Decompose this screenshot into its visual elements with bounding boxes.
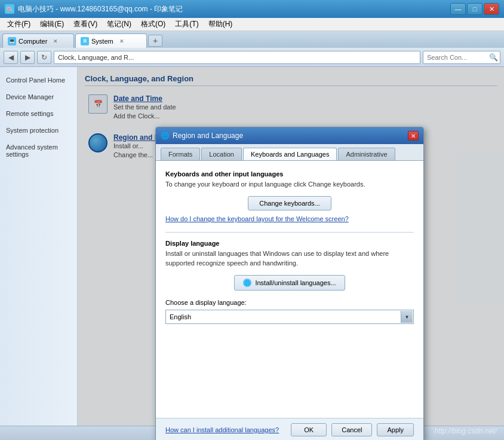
tab-location[interactable]: Location	[201, 148, 242, 160]
menu-bar: 文件(F) 编辑(E) 查看(V) 笔记(N) 格式(O) 工具(T) 帮助(H…	[0, 18, 504, 31]
app-title: 电脑小技巧 - www.1248603165@qq.com - 印象笔记	[18, 4, 450, 14]
keyboards-section-desc: To change your keyboard or input languag…	[165, 180, 414, 189]
display-lang-title: Display language	[165, 240, 414, 247]
address-bar: ◀ ▶ ↻ Clock, Language, and R... 🔍	[0, 48, 504, 67]
tab-computer[interactable]: 💻 Computer ✕	[2, 33, 74, 48]
maximize-button[interactable]: □	[467, 3, 483, 15]
menu-edit[interactable]: 编辑(E)	[35, 18, 69, 30]
tab-keyboards-languages[interactable]: Keyboards and Languages	[243, 148, 337, 160]
forward-button[interactable]: ▶	[20, 51, 35, 64]
region-language-dialog: 🌐 Region and Language ✕ Formats Location…	[155, 127, 424, 440]
tab-formats[interactable]: Formats	[161, 148, 200, 160]
close-button[interactable]: ✕	[484, 3, 499, 15]
tab-computer-close[interactable]: ✕	[52, 38, 59, 45]
dialog-title-bar: 🌐 Region and Language ✕	[156, 127, 423, 144]
install-languages-link[interactable]: How can I install additional languages?	[165, 426, 279, 433]
search-icon[interactable]: 🔍	[487, 51, 499, 63]
breadcrumb: Clock, Language, and R...	[54, 51, 420, 64]
language-select[interactable]: English 中文(简体) 中文(繁體) 日本語	[165, 310, 414, 324]
new-tab-button[interactable]: +	[148, 35, 162, 47]
dialog-overlay: 🌐 Region and Language ✕ Formats Location…	[78, 67, 504, 426]
tab-system-close[interactable]: ✕	[118, 38, 125, 45]
sidebar: Control Panel Home Device Manager Remote…	[0, 67, 78, 426]
language-select-wrapper: English 中文(简体) 中文(繁體) 日本語 ▼	[165, 310, 414, 324]
tab-system[interactable]: 🖥 System ✕	[75, 33, 147, 48]
refresh-button[interactable]: ↻	[37, 51, 51, 64]
install-lang-btn-label: Install/uninstall languages...	[255, 279, 336, 286]
minimize-button[interactable]: —	[450, 3, 466, 15]
menu-tools[interactable]: 工具(T)	[170, 18, 203, 30]
system-tab-icon: 🖥	[81, 37, 89, 45]
display-lang-desc: Install or uninstall languages that Wind…	[165, 249, 414, 268]
menu-file[interactable]: 文件(F)	[2, 18, 35, 30]
browser-tab-bar: 💻 Computer ✕ 🖥 System ✕ +	[0, 31, 504, 48]
menu-format[interactable]: 格式(O)	[136, 18, 170, 30]
sidebar-item-home[interactable]: Control Panel Home	[0, 72, 77, 88]
display-language-section: Display language Install or uninstall la…	[165, 240, 414, 324]
sidebar-item-advanced[interactable]: Advanced system settings	[0, 139, 77, 163]
app-icon: 🐘	[5, 4, 14, 14]
install-uninstall-languages-button[interactable]: 🌐 Install/uninstall languages...	[234, 275, 345, 291]
menu-note[interactable]: 笔记(N)	[102, 18, 136, 30]
sidebar-item-remote[interactable]: Remote settings	[0, 105, 77, 122]
menu-view[interactable]: 查看(V)	[69, 18, 102, 30]
sidebar-item-protection[interactable]: System protection	[0, 122, 77, 139]
main-area: Control Panel Home Device Manager Remote…	[0, 67, 504, 426]
tab-computer-label: Computer	[19, 38, 47, 45]
choose-language-label: Choose a display language:	[165, 299, 414, 306]
title-bar: 🐘 电脑小技巧 - www.1248603165@qq.com - 印象笔记 —…	[0, 0, 504, 18]
section-divider	[165, 232, 414, 233]
sidebar-item-devices[interactable]: Device Manager	[0, 88, 77, 105]
keyboard-layout-link[interactable]: How do I change the keyboard layout for …	[165, 215, 414, 222]
cancel-button[interactable]: Cancel	[331, 423, 372, 436]
change-keyboards-button[interactable]: Change keyboards...	[248, 196, 331, 210]
content-area: Clock, Language, and Region 📅 Date and T…	[78, 67, 504, 426]
install-lang-icon: 🌐	[243, 279, 251, 287]
back-button[interactable]: ◀	[4, 51, 18, 64]
search-wrapper: 🔍	[423, 51, 500, 64]
watermark: http://blog.csdn.net/	[434, 427, 497, 435]
dialog-footer: How can I install additional languages? …	[156, 418, 423, 440]
computer-tab-icon: 💻	[8, 37, 16, 45]
tab-system-label: System	[91, 38, 113, 45]
breadcrumb-text: Clock, Language, and R...	[58, 54, 134, 61]
apply-button[interactable]: Apply	[377, 423, 414, 436]
dialog-title-icon: 🌐	[161, 132, 169, 140]
dialog-close-button[interactable]: ✕	[408, 131, 419, 140]
tab-administrative[interactable]: Administrative	[338, 148, 395, 160]
dialog-title-text: Region and Language	[173, 132, 243, 140]
keyboards-section-title: Keyboards and other input languages	[165, 170, 414, 178]
dialog-tab-bar: Formats Location Keyboards and Languages…	[156, 144, 423, 161]
menu-help[interactable]: 帮助(H)	[204, 18, 238, 30]
window-controls: — □ ✕	[450, 3, 499, 15]
dialog-body: Keyboards and other input languages To c…	[156, 161, 423, 418]
ok-button[interactable]: OK	[291, 423, 327, 436]
